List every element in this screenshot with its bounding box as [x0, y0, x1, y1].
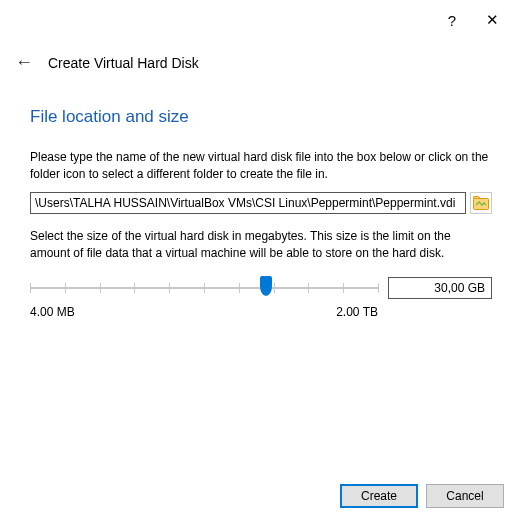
folder-icon	[473, 196, 489, 210]
slider-max-label: 2.00 TB	[336, 305, 378, 319]
slider-min-label: 4.00 MB	[30, 305, 75, 319]
file-location-instruction: Please type the name of the new virtual …	[30, 149, 492, 184]
cancel-button[interactable]: Cancel	[426, 484, 504, 508]
slider-ticks	[30, 283, 378, 293]
create-button[interactable]: Create	[340, 484, 418, 508]
close-icon[interactable]: ✕	[472, 6, 512, 34]
window-title: Create Virtual Hard Disk	[48, 55, 199, 71]
slider-thumb[interactable]	[260, 276, 272, 296]
disk-size-input[interactable]	[388, 277, 492, 299]
slider-scale: 4.00 MB 2.00 TB	[30, 305, 492, 319]
wizard-header: ← Create Virtual Hard Disk	[0, 40, 522, 81]
footer-buttons: Create Cancel	[0, 472, 522, 522]
size-slider[interactable]	[30, 278, 378, 298]
content-area: File location and size Please type the n…	[0, 81, 522, 319]
size-instruction: Select the size of the virtual hard disk…	[30, 228, 492, 263]
help-icon[interactable]: ?	[432, 6, 472, 34]
size-slider-row	[30, 277, 492, 299]
section-heading: File location and size	[30, 107, 492, 127]
back-arrow-icon[interactable]: ←	[14, 52, 34, 73]
file-path-input[interactable]	[30, 192, 466, 214]
title-bar: ? ✕	[0, 0, 522, 40]
file-path-row	[30, 192, 492, 214]
browse-folder-button[interactable]	[470, 192, 492, 214]
